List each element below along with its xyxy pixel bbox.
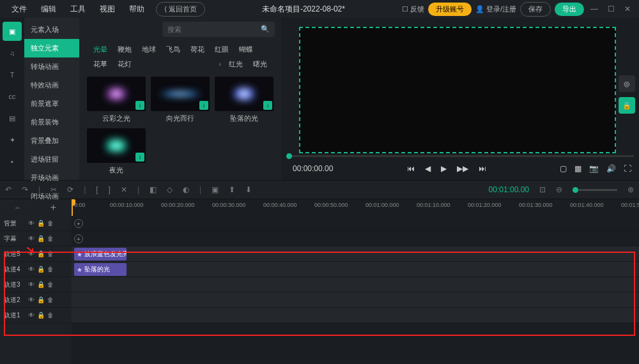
volume-icon[interactable]: 🔊 [606, 164, 616, 173]
crop-icon[interactable]: ◧ [150, 185, 157, 194]
cat-item-6[interactable]: 背景叠加 [24, 132, 79, 150]
tags-next-icon[interactable]: › [216, 57, 224, 70]
search-input[interactable] [167, 26, 261, 33]
zoom-in-icon[interactable]: ⊕ [627, 185, 634, 194]
lock-track-icon[interactable]: 🔒 [37, 312, 45, 319]
magnet-icon[interactable]: ⎓ [15, 204, 20, 211]
grid-icon[interactable]: ▦ [574, 164, 581, 173]
zoom-slider[interactable] [573, 189, 617, 191]
delete-track-icon[interactable]: 🗑 [47, 220, 54, 227]
lock-track-icon[interactable]: 🔒 [37, 281, 45, 288]
cat-item-1[interactable]: 独立元素 [24, 39, 79, 57]
tag-3[interactable]: 飞鸟 [161, 42, 185, 57]
cat-item-5[interactable]: 前景装饰 [24, 113, 79, 132]
mark-in-icon[interactable]: [ [96, 185, 98, 194]
upgrade-button[interactable]: 升级账号 [428, 3, 472, 16]
sidebar-media-icon[interactable]: ▣ [3, 22, 22, 41]
search-icon[interactable]: 🔍 [261, 25, 270, 33]
track-1[interactable] [72, 308, 639, 323]
track-area[interactable]: + + ★ 波浪蓝色发光亮片 ★ 坠落的光 [72, 216, 639, 364]
zoom-fit-icon[interactable]: ⊡ [539, 185, 546, 194]
thumb-1[interactable]: ↓ 向光而行 [151, 77, 210, 123]
lock-track-icon[interactable]: 🔒 [37, 235, 45, 242]
lock-icon[interactable]: 🔒 [619, 97, 635, 114]
split-icon[interactable]: ✂ [50, 185, 57, 194]
fit-screen-icon[interactable]: ◎ [619, 75, 635, 92]
visibility-icon[interactable]: 👁 [28, 235, 35, 242]
cat-item-0[interactable]: 元素入场 [24, 20, 79, 39]
visibility-icon[interactable]: 👁 [28, 266, 35, 273]
download-icon[interactable]: ↓ [135, 153, 144, 162]
cat-item-8[interactable]: 开场动画 [24, 169, 79, 187]
menu-view[interactable]: 视图 [93, 1, 121, 17]
sidebar-caption-icon[interactable]: cc [3, 87, 22, 106]
transform-icon[interactable]: ◇ [167, 185, 173, 194]
minimize-icon[interactable]: — [588, 4, 601, 13]
delete-icon[interactable]: ✕ [121, 185, 127, 194]
visibility-icon[interactable]: 👁 [28, 296, 35, 303]
feedback-link[interactable]: ☐ 反馈 [402, 4, 424, 14]
visibility-icon[interactable]: 👁 [28, 250, 35, 257]
refresh-icon[interactable]: ⟳ [67, 185, 73, 194]
track-2[interactable] [72, 292, 639, 308]
sidebar-template-icon[interactable]: ▤ [3, 109, 22, 128]
snapshot-icon[interactable]: 📷 [589, 164, 599, 173]
download-icon[interactable]: ↓ [263, 101, 272, 110]
maximize-icon[interactable]: ☐ [604, 4, 617, 13]
menu-tools[interactable]: 工具 [64, 1, 92, 17]
track-3[interactable] [72, 277, 639, 292]
visibility-icon[interactable]: 👁 [28, 281, 35, 288]
sidebar-more-icon[interactable]: ▪ [3, 152, 22, 171]
export-clip-icon[interactable]: ⬇ [245, 185, 252, 194]
save-button[interactable]: 保存 [520, 2, 551, 17]
tag-6[interactable]: 蝴蝶 [234, 42, 258, 57]
export-button[interactable]: 导出 [555, 3, 584, 16]
thumb-2[interactable]: ↓ 坠落的光 [215, 77, 273, 123]
fullscreen-icon[interactable]: ⛶ [624, 164, 631, 173]
tag-9[interactable]: 红光 [224, 57, 248, 72]
cat-item-2[interactable]: 转场动画 [24, 57, 79, 76]
tag-5[interactable]: 红眼 [210, 42, 234, 57]
login-link[interactable]: 👤 登录/注册 [475, 4, 516, 14]
lock-track-icon[interactable]: 🔒 [37, 250, 45, 257]
tag-7[interactable]: 花草 [88, 57, 112, 72]
preview-seek-bar[interactable] [286, 155, 634, 157]
tag-1[interactable]: 鞭炮 [112, 42, 137, 57]
aspect-icon[interactable]: ▢ [560, 164, 567, 173]
tag-10[interactable]: 曙光 [248, 57, 272, 72]
menu-edit[interactable]: 编辑 [35, 1, 63, 17]
paste-icon[interactable]: ⬆ [229, 185, 235, 194]
add-clip-icon[interactable]: + [74, 234, 83, 243]
skip-start-icon[interactable]: ⏮ [407, 164, 415, 173]
redo-icon[interactable]: ↷ [22, 185, 28, 194]
preview-canvas[interactable] [299, 27, 616, 153]
menu-help[interactable]: 帮助 [123, 1, 151, 17]
lock-track-icon[interactable]: 🔒 [37, 296, 45, 303]
add-track-icon[interactable]: + [50, 202, 56, 213]
delete-track-icon[interactable]: 🗑 [47, 250, 54, 257]
prev-frame-icon[interactable]: ◀ [425, 164, 431, 173]
download-icon[interactable]: ↓ [199, 101, 208, 110]
menu-file[interactable]: 文件 [5, 1, 33, 17]
tag-4[interactable]: 荷花 [185, 42, 210, 57]
delete-track-icon[interactable]: 🗑 [47, 312, 54, 319]
undo-icon[interactable]: ↶ [5, 185, 12, 194]
thumb-3[interactable]: ↓ 夜光 [87, 128, 146, 175]
mark-out-icon[interactable]: ] [109, 185, 111, 194]
next-frame-icon[interactable]: ▶▶ [457, 164, 468, 173]
zoom-out-icon[interactable]: ⊖ [556, 185, 562, 194]
mask-icon[interactable]: ◐ [183, 185, 189, 194]
download-icon[interactable]: ↓ [135, 101, 144, 110]
cat-item-4[interactable]: 前景遮罩 [24, 95, 79, 113]
playhead[interactable] [72, 199, 73, 216]
clip-1[interactable]: ★ 坠落的光 [74, 263, 127, 276]
search-box[interactable]: 🔍 [162, 22, 275, 37]
close-icon[interactable]: ✕ [621, 4, 634, 13]
delete-track-icon[interactable]: 🗑 [47, 235, 54, 242]
tag-0[interactable]: 光晕 [88, 42, 112, 57]
tag-8[interactable]: 花灯 [112, 57, 137, 72]
clip-0[interactable]: ★ 波浪蓝色发光亮片 [74, 248, 127, 261]
delete-track-icon[interactable]: 🗑 [47, 281, 54, 288]
skip-end-icon[interactable]: ⏭ [479, 164, 486, 173]
thumb-0[interactable]: ↓ 云彩之光 [87, 77, 146, 123]
